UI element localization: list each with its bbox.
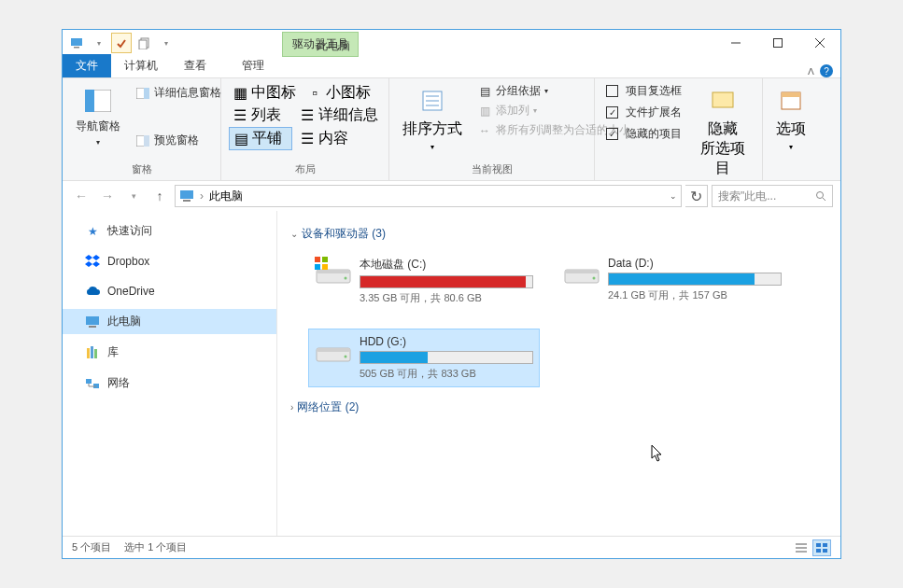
options-button[interactable]: 选项▾ [770,82,811,156]
layout-content[interactable]: ☰内容 [296,127,352,150]
hidden-items-toggle[interactable]: ✓隐藏的项目 [602,125,685,143]
search-icon [815,190,826,202]
layout-small-icons[interactable]: ▫小图标 [303,82,374,104]
hide-icon [708,86,738,116]
svg-rect-0 [71,38,82,46]
checkbox-icon [606,85,618,97]
svg-rect-39 [317,270,350,273]
ribbon-group-current-view-label: 当前视图 [397,161,586,178]
view-tiles-button[interactable] [812,539,831,556]
qat-system-icon[interactable] [66,33,87,53]
svg-rect-5 [773,39,782,48]
content-icon: ☰ [300,132,315,147]
search-placeholder: 搜索"此电... [718,189,776,204]
collapse-ribbon-icon[interactable]: ᐱ [808,66,814,77]
refresh-button[interactable]: ↻ [685,185,708,207]
preview-pane-button[interactable]: 预览窗格 [132,132,225,149]
file-extensions-toggle[interactable]: ✓文件扩展名 [602,104,685,121]
sort-by-button[interactable]: 排序方式▾ [397,82,468,156]
section-devices-drives[interactable]: ⌄设备和驱动器 (3) [290,226,827,242]
drive-capacity-bar [360,351,533,364]
qat-new-folder-button[interactable] [134,33,154,53]
hide-selected-button[interactable]: 隐藏 所选项目 [691,82,755,181]
svg-rect-1 [74,47,79,49]
status-item-count: 5 个项目 [72,540,111,554]
sidebar-item-this-pc[interactable]: 此电脑 [63,309,276,334]
drive-item[interactable]: 本地磁盘 (C:)3.35 GB 可用，共 80.6 GB [309,251,539,311]
group-icon: ▤ [477,84,492,99]
drive-item[interactable]: Data (D:)24.1 GB 可用，共 157 GB [557,251,787,311]
address-input[interactable]: › 此电脑 ⌄ [175,185,682,207]
svg-rect-27 [87,348,90,358]
layout-list[interactable]: ☰列表 [229,105,292,126]
hide-selected-label: 隐藏 所选项目 [697,119,749,177]
details-pane-label: 详细信息窗格 [154,85,221,101]
navigation-pane-button[interactable]: 导航窗格 ▾ [70,82,126,151]
sidebar-item-quick-access[interactable]: ★快速访问 [63,218,276,244]
svg-rect-52 [816,549,821,553]
details-pane-icon [135,86,150,101]
drive-icon [315,257,352,290]
pc-icon [179,189,194,203]
nav-forward-button[interactable]: → [96,185,119,207]
window-controls [714,30,840,56]
svg-rect-11 [144,88,149,99]
tab-file[interactable]: 文件 [63,54,111,77]
grid-icon: ▦ [233,86,247,101]
minimize-button[interactable] [714,30,756,56]
drive-item[interactable]: HDD (G:)505 GB 可用，共 833 GB [309,329,539,386]
address-location-text: 此电脑 [209,189,243,204]
mouse-cursor [651,444,664,463]
window-title: 此电脑 [307,35,360,58]
qat-customize-dropdown[interactable]: ▾ [156,33,176,53]
svg-rect-30 [86,379,92,384]
svg-line-24 [823,198,825,201]
ribbon-group-panes: 导航窗格 ▾ 详细信息窗格 预览窗格 窗格 [63,78,221,180]
preview-pane-label: 预览窗格 [154,133,199,148]
drive-info: HDD (G:)505 GB 可用，共 833 GB [360,335,533,381]
address-bar: ← → ▾ ↑ › 此电脑 ⌄ ↻ 搜索"此电... [63,181,840,211]
layout-tiles[interactable]: ▤平铺 [229,127,292,150]
navigation-pane-icon [83,86,113,116]
svg-point-46 [345,356,347,358]
sidebar-item-onedrive[interactable]: OneDrive [63,279,276,303]
drive-capacity-bar [608,273,782,286]
ribbon-group-layout: ▦中图标 ▫小图标 ☰列表 ☰详细信息 ▤平铺 ☰内容 布局 [221,78,389,180]
ribbon-group-current-view: 排序方式▾ ▤分组依据 ▾ ▥添加列 ▾ ↔将所有列调整为合适的大小 当前视图 [389,78,595,180]
layout-details[interactable]: ☰详细信息 [296,105,382,126]
qat-dropdown-1[interactable]: ▾ [89,33,109,53]
ribbon-tabs: 文件 计算机 查看 管理 ᐱ ? [63,56,840,78]
view-details-button[interactable] [792,539,811,556]
tab-view[interactable]: 查看 [171,54,219,77]
search-input[interactable]: 搜索"此电... [712,185,833,207]
svg-rect-13 [144,135,149,147]
details-pane-button[interactable]: 详细信息窗格 [132,84,225,102]
close-button[interactable] [798,30,840,56]
nav-recent-dropdown[interactable]: ▾ [122,185,145,207]
maximize-button[interactable] [756,30,798,56]
sidebar-item-libraries[interactable]: 库 [63,340,276,365]
qat-properties-button[interactable] [111,33,132,53]
network-icon [85,376,100,391]
layout-medium-icons[interactable]: ▦中图标 [229,82,300,104]
nav-back-button[interactable]: ← [70,185,92,207]
item-checkboxes-toggle[interactable]: 项目复选框 [602,82,685,100]
nav-up-button[interactable]: ↑ [148,185,171,207]
help-icon[interactable]: ? [820,64,833,77]
sidebar-item-dropbox[interactable]: Dropbox [63,249,276,273]
preview-pane-icon [135,133,150,148]
sidebar-item-network[interactable]: 网络 [63,371,276,396]
address-dropdown-icon[interactable]: ⌄ [670,191,677,201]
svg-point-43 [593,277,596,280]
svg-rect-36 [315,264,320,270]
svg-point-23 [817,192,824,199]
svg-point-40 [345,277,347,280]
tab-computer[interactable]: 计算机 [111,54,171,77]
explorer-window: ▾ ▾ 驱动器工具 此电脑 文件 计算机 查看 管理 ᐱ ? [62,29,841,559]
status-selected-count: 选中 1 个项目 [124,540,187,554]
tab-manage[interactable]: 管理 [229,54,277,77]
svg-rect-45 [317,348,350,352]
section-network-locations[interactable]: ›网络位置 (2) [290,399,827,415]
ribbon: 导航窗格 ▾ 详细信息窗格 预览窗格 窗格 ▦中图标 ▫小图标 ☰列表 [63,78,840,181]
ribbon-group-panes-label: 窗格 [70,161,213,178]
